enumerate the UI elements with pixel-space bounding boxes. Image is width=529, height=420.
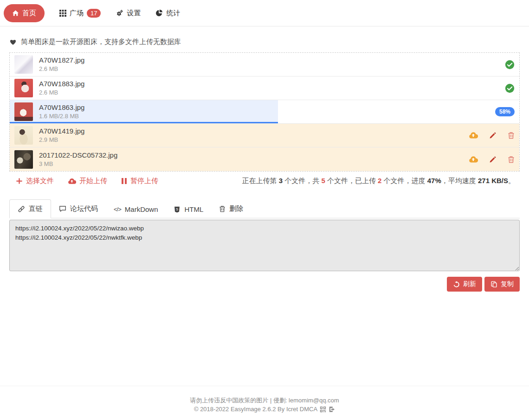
upload-action-bar: 选择文件 开始上传 暂停上传 正在上传第 3 个文件，共 5 个文件，已上传 2… bbox=[9, 172, 520, 189]
intro-text: 简单图床是一款开源图床，支持多文件上传无数据库 bbox=[21, 38, 181, 46]
status-current-file-number: 3 bbox=[279, 177, 283, 185]
file-thumbnail bbox=[14, 126, 33, 145]
output-buttons: 刷新 复制 bbox=[9, 277, 520, 292]
file-name: A70W1419.jpg bbox=[39, 127, 84, 135]
sign-out-icon[interactable] bbox=[329, 406, 335, 413]
file-name: 20171022-DSC05732.jpg bbox=[39, 151, 117, 159]
nav-home-label: 首页 bbox=[22, 9, 36, 18]
upload-cloud-icon[interactable] bbox=[469, 155, 478, 164]
file-thumbnail bbox=[14, 55, 33, 74]
file-size: 2.9 MB bbox=[39, 136, 84, 144]
delete-trash-icon[interactable] bbox=[508, 132, 515, 139]
file-thumbnail bbox=[14, 79, 33, 97]
nav-settings-label: 设置 bbox=[127, 9, 141, 18]
gears-icon bbox=[116, 9, 123, 17]
file-row-3-uploading: A70W1863.jpg 1.6 MB/2.8 MB 58% bbox=[10, 100, 519, 124]
footer-copyright-line: © 2018-2022 EasyImage 2.6.2 By Icret DMC… bbox=[0, 405, 529, 414]
file-name: A70W1827.jpg bbox=[39, 56, 84, 64]
check-circle-icon bbox=[505, 83, 515, 93]
pause-upload-button[interactable]: 暂停上传 bbox=[121, 177, 158, 185]
footer: 请勿上传违反中国政策的图片 | 侵删: lemomim@qq.com © 201… bbox=[0, 386, 529, 420]
cloud-upload-icon bbox=[68, 178, 76, 185]
file-size: 1.6 MB/2.8 MB bbox=[39, 113, 84, 120]
refresh-button[interactable]: 刷新 bbox=[447, 277, 482, 292]
delete-trash-icon[interactable] bbox=[508, 156, 515, 163]
tab-delete[interactable]: 删除 bbox=[211, 200, 251, 218]
start-upload-button[interactable]: 开始上传 bbox=[68, 177, 107, 185]
file-row-5: 20171022-DSC05732.jpg 3 MB bbox=[10, 147, 519, 171]
nav-plaza-label: 广场 bbox=[70, 9, 84, 18]
status-segment: ，平均速度 bbox=[441, 177, 478, 185]
copy-label: 复制 bbox=[501, 280, 514, 288]
file-row-2: A70W1883.jpg 2.6 MB bbox=[10, 76, 519, 100]
copy-button[interactable]: 复制 bbox=[484, 277, 520, 292]
direct-link-urls-textarea[interactable]: https://i2.100024.xyz/2022/05/22/nwizao.… bbox=[9, 220, 520, 271]
svg-text:5: 5 bbox=[176, 207, 178, 211]
speech-bubble-icon bbox=[59, 205, 66, 212]
qr-code-icon[interactable] bbox=[320, 406, 326, 413]
file-name: A70W1883.jpg bbox=[39, 80, 84, 88]
file-size: 2.6 MB bbox=[39, 89, 84, 96]
status-segment: 。 bbox=[508, 177, 515, 185]
nav-plaza[interactable]: 广场 17 bbox=[59, 9, 101, 18]
status-segment: 个文件，共 bbox=[283, 177, 321, 185]
tab-html[interactable]: 5 HTML bbox=[166, 201, 211, 218]
start-upload-label: 开始上传 bbox=[79, 177, 107, 185]
plus-icon bbox=[16, 178, 23, 185]
edit-pencil-icon[interactable] bbox=[489, 132, 497, 139]
link-icon bbox=[18, 205, 25, 213]
status-segment: 正在上传第 bbox=[242, 177, 279, 185]
tab-delete-label: 删除 bbox=[229, 204, 243, 213]
html5-icon: 5 bbox=[174, 206, 181, 213]
upload-file-list: A70W1827.jpg 2.6 MB A70W1883.jpg 2.6 MB bbox=[9, 52, 520, 172]
edit-pencil-icon[interactable] bbox=[489, 156, 497, 163]
pause-upload-label: 暂停上传 bbox=[130, 177, 158, 185]
grid-icon bbox=[59, 10, 66, 17]
trash-icon bbox=[219, 205, 226, 212]
tab-direct-link[interactable]: 直链 bbox=[9, 199, 51, 218]
tab-forum-code[interactable]: 论坛代码 bbox=[51, 200, 106, 218]
file-name: A70W1863.jpg bbox=[39, 103, 84, 112]
status-segment: 个文件，已上传 bbox=[325, 177, 378, 185]
tab-forum-code-label: 论坛代码 bbox=[70, 204, 98, 213]
file-size: 2.6 MB bbox=[39, 65, 84, 73]
check-circle-icon bbox=[505, 60, 515, 70]
file-row-4: A70W1419.jpg 2.9 MB bbox=[10, 124, 519, 147]
file-size: 3 MB bbox=[39, 160, 117, 168]
pie-chart-icon bbox=[155, 9, 163, 17]
home-icon bbox=[12, 10, 19, 17]
tab-markdown[interactable]: MarkDown bbox=[106, 201, 166, 218]
refresh-icon bbox=[453, 281, 460, 288]
output-tabs: 直链 论坛代码 MarkDown 5 HTML 删除 bbox=[9, 199, 520, 218]
file-thumbnail bbox=[14, 150, 33, 169]
main-content: 简单图床是一款开源图床，支持多文件上传无数据库 A70W1827.jpg 2.6… bbox=[0, 26, 529, 292]
tab-direct-link-label: 直链 bbox=[29, 204, 43, 213]
plaza-count-badge: 17 bbox=[87, 9, 101, 18]
navbar: 首页 广场 17 设置 bbox=[0, 0, 529, 26]
status-average-speed: 271 KB/S bbox=[478, 177, 508, 185]
footer-policy-line: 请勿上传违反中国政策的图片 | 侵删: lemomim@qq.com bbox=[0, 396, 529, 405]
select-files-label: 选择文件 bbox=[26, 177, 54, 185]
heart-icon bbox=[9, 38, 17, 45]
tab-html-label: HTML bbox=[184, 205, 203, 213]
upload-cloud-icon[interactable] bbox=[469, 131, 478, 140]
upload-percent-badge: 58% bbox=[495, 107, 515, 116]
file-thumbnail bbox=[14, 102, 33, 121]
footer-copyright-text: © 2018-2022 EasyImage 2.6.2 By Icret DMC… bbox=[194, 405, 317, 414]
nav-settings[interactable]: 设置 bbox=[116, 9, 141, 18]
intro-line: 简单图床是一款开源图床，支持多文件上传无数据库 bbox=[9, 38, 520, 46]
nav-stats[interactable]: 统计 bbox=[155, 9, 180, 18]
status-segment: 个文件，进度 bbox=[381, 177, 427, 185]
refresh-label: 刷新 bbox=[463, 280, 476, 288]
copy-icon bbox=[490, 281, 497, 288]
pause-icon bbox=[121, 178, 127, 185]
file-row-1: A70W1827.jpg 2.6 MB bbox=[10, 53, 519, 76]
upload-status-text: 正在上传第 3 个文件，共 5 个文件，已上传 2 个文件，进度 47%，平均速… bbox=[242, 177, 515, 185]
status-progress-percent: 47% bbox=[427, 177, 441, 185]
nav-stats-label: 统计 bbox=[166, 9, 180, 18]
code-icon bbox=[114, 206, 121, 213]
select-files-button[interactable]: 选择文件 bbox=[16, 177, 54, 185]
tab-markdown-label: MarkDown bbox=[125, 205, 158, 213]
status-total-files: 5 bbox=[321, 177, 325, 185]
nav-home-button[interactable]: 首页 bbox=[4, 4, 45, 22]
